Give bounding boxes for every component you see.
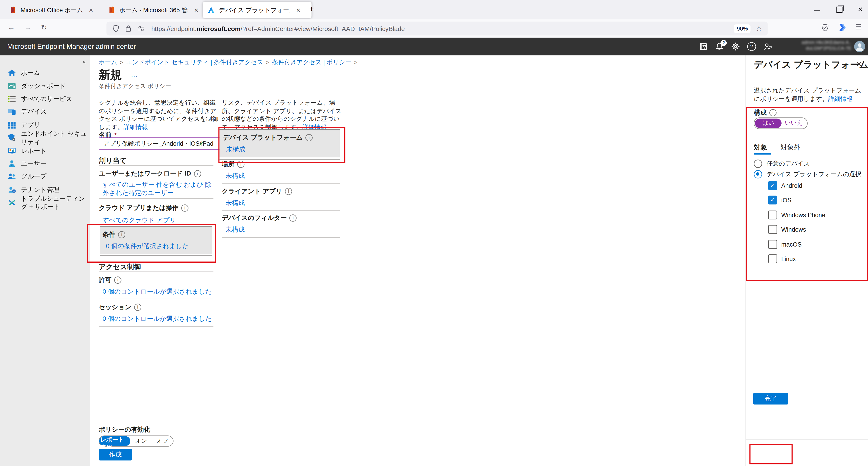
zoom-level-badge[interactable]: 90% xyxy=(734,24,751,33)
office-favicon-icon xyxy=(9,6,17,14)
reload-button[interactable]: ↻ xyxy=(41,23,47,32)
sidebar-item-users[interactable]: ユーザー xyxy=(0,157,90,170)
sidebar-item-groups[interactable]: グループ xyxy=(0,170,90,183)
device-filter-label: デバイスのフィルターi xyxy=(222,214,297,222)
info-icon[interactable]: i xyxy=(181,205,188,212)
tab-close-icon[interactable]: ✕ xyxy=(194,7,199,13)
breadcrumb: ホーム>エンドポイント セキュリティ | 条件付きアクセス>条件付きアクセス |… xyxy=(99,58,360,66)
breadcrumb-separator: > xyxy=(266,59,269,65)
radio-select-platforms[interactable]: デバイス プラットフォームの選択 xyxy=(754,170,862,179)
divider xyxy=(222,183,340,184)
preview-filter-icon[interactable] xyxy=(699,42,708,51)
sidebar-item-reports[interactable]: レポート xyxy=(0,144,90,157)
extension-icon[interactable] xyxy=(838,23,846,33)
tab-close-icon[interactable]: ✕ xyxy=(296,7,301,13)
sidebar-collapse-icon[interactable]: « xyxy=(83,58,86,65)
enable-report-only-option[interactable]: レポート専用 xyxy=(99,436,130,446)
enable-on-option[interactable]: オン xyxy=(130,436,152,446)
divider xyxy=(100,226,212,226)
endpoint-security-icon xyxy=(8,134,16,142)
url-text[interactable]: https://endpoint.microsoft.com/?ref=Admi… xyxy=(151,25,734,32)
toggle-yes-option[interactable]: はい xyxy=(755,118,782,128)
enable-off-option[interactable]: オフ xyxy=(152,436,173,446)
done-button[interactable]: 完了 xyxy=(753,393,788,404)
window-restore-button[interactable] xyxy=(828,0,850,20)
locations-value-link[interactable]: 未構成 xyxy=(225,172,245,180)
settings-gear-icon[interactable] xyxy=(731,42,740,51)
panel-close-icon[interactable]: ✕ xyxy=(856,60,862,68)
breadcrumb-endpoint-security[interactable]: エンドポイント セキュリティ | 条件付きアクセス xyxy=(126,59,263,65)
menu-icon[interactable]: ☰ xyxy=(855,23,862,31)
info-icon[interactable]: i xyxy=(194,170,201,177)
info-icon[interactable]: i xyxy=(114,276,122,284)
url-bar[interactable]: https://endpoint.microsoft.com/?ref=Admi… xyxy=(106,22,768,35)
window-minimize-button[interactable]: — xyxy=(806,0,828,20)
device-platforms-value-link[interactable]: 未構成 xyxy=(226,145,245,154)
more-menu-icon[interactable]: … xyxy=(131,71,138,79)
tab-exclude[interactable]: 対象外 xyxy=(780,143,800,152)
account-info[interactable]: admm Hkc3KEdams A.. duLGM*2PD1LCA-7E xyxy=(802,39,851,52)
sidebar-item-devices[interactable]: デバイス xyxy=(0,105,90,118)
tab-close-icon[interactable]: ✕ xyxy=(89,7,93,13)
info-icon[interactable]: i xyxy=(305,134,313,142)
forward-button[interactable]: → xyxy=(25,23,32,32)
intro-left-text: シグナルを統合し、意思決定を行い、組織のポリシーを適用するために、条件付きアクセ… xyxy=(99,99,218,130)
panel-description: 選択されたデバイス プラットフォームにポリシーを適用します。詳細情報 xyxy=(754,86,864,102)
new-tab-button[interactable]: + xyxy=(309,4,314,13)
info-icon[interactable]: i xyxy=(285,188,292,195)
tab-include[interactable]: 対象 xyxy=(754,143,767,152)
back-button[interactable]: ← xyxy=(8,23,15,32)
info-icon[interactable]: i xyxy=(289,214,297,222)
learn-more-link[interactable]: 詳細情報 xyxy=(124,123,148,130)
platform-linux[interactable]: Linux xyxy=(768,254,796,263)
info-icon[interactable]: i xyxy=(134,304,142,311)
info-icon[interactable]: i xyxy=(118,231,125,238)
tracking-shield-icon[interactable] xyxy=(113,25,119,32)
browser-tab-device-platforms[interactable]: デバイス プラットフォーム - Microsoft ✕ xyxy=(203,2,311,18)
avatar[interactable] xyxy=(854,41,865,52)
sidebar-item-label: すべてのサービス xyxy=(21,95,72,103)
divider xyxy=(99,198,213,199)
browser-tab-m365-admin[interactable]: ホーム - Microsoft 365 管理センタ ✕ xyxy=(103,2,208,18)
device-filter-value-link[interactable]: 未構成 xyxy=(225,225,245,234)
bookmark-star-icon[interactable]: ☆ xyxy=(755,25,762,33)
configure-label-text: 構成 xyxy=(754,108,767,117)
sidebar-item-dashboard[interactable]: ダッシュボード xyxy=(0,80,90,92)
permissions-icon[interactable] xyxy=(137,26,145,32)
sidebar-item-home[interactable]: ホーム xyxy=(0,66,90,80)
conditions-value-link[interactable]: 0 個の条件が選択されました xyxy=(106,242,189,250)
help-icon[interactable]: ? xyxy=(747,42,756,51)
info-icon[interactable]: i xyxy=(769,109,777,117)
platform-windows[interactable]: Windows xyxy=(768,225,806,234)
platform-android[interactable]: Android xyxy=(768,181,802,190)
policy-name-input[interactable] xyxy=(99,137,224,150)
toggle-no-option[interactable]: いいえ xyxy=(782,118,806,128)
sidebar-item-endpoint-security[interactable]: エンドポイント セキュリティ xyxy=(0,131,90,144)
sidebar-item-label: ホーム xyxy=(21,69,40,77)
breadcrumb-policies[interactable]: 条件付きアクセス | ポリシー xyxy=(272,59,351,65)
feedback-icon[interactable] xyxy=(763,42,772,51)
platform-ios[interactable]: iOS xyxy=(768,196,792,204)
session-value-link[interactable]: 0 個のコントロールが選択されました xyxy=(102,315,212,323)
window-close-button[interactable]: ✕ xyxy=(849,0,868,20)
create-button[interactable]: 作成 xyxy=(99,449,132,460)
lock-icon[interactable] xyxy=(125,25,131,32)
users-icon xyxy=(8,159,16,168)
grant-value-link[interactable]: 0 個のコントロールが選択されました xyxy=(102,287,212,296)
sidebar-item-troubleshooting[interactable]: トラブルシューティング + サポート xyxy=(0,196,90,209)
platform-windows-phone[interactable]: Windows Phone xyxy=(768,211,825,219)
radio-any-device[interactable]: 任意のデバイス xyxy=(754,159,810,168)
divider xyxy=(222,210,340,210)
breadcrumb-home[interactable]: ホーム xyxy=(99,59,117,65)
client-apps-link-text: 未構成 xyxy=(225,199,245,206)
sidebar-item-all-services[interactable]: すべてのサービス xyxy=(0,93,90,105)
info-icon[interactable]: i xyxy=(237,161,245,168)
cloud-apps-value-link[interactable]: すべてのクラウド アプリ xyxy=(102,216,176,224)
learn-more-link[interactable]: 詳細情報 xyxy=(828,95,852,101)
platform-macos[interactable]: macOS xyxy=(768,240,802,249)
protections-shield-icon[interactable] xyxy=(822,24,829,33)
client-apps-value-link[interactable]: 未構成 xyxy=(225,199,245,207)
browser-tab-office-home[interactable]: Microsoft Office ホーム ✕ xyxy=(4,2,109,18)
notifications-bell-icon[interactable]: 2 xyxy=(715,42,724,51)
users-value-link[interactable]: すべてのユーザー 件を含む および 除外された特定のユーザー xyxy=(102,181,213,197)
